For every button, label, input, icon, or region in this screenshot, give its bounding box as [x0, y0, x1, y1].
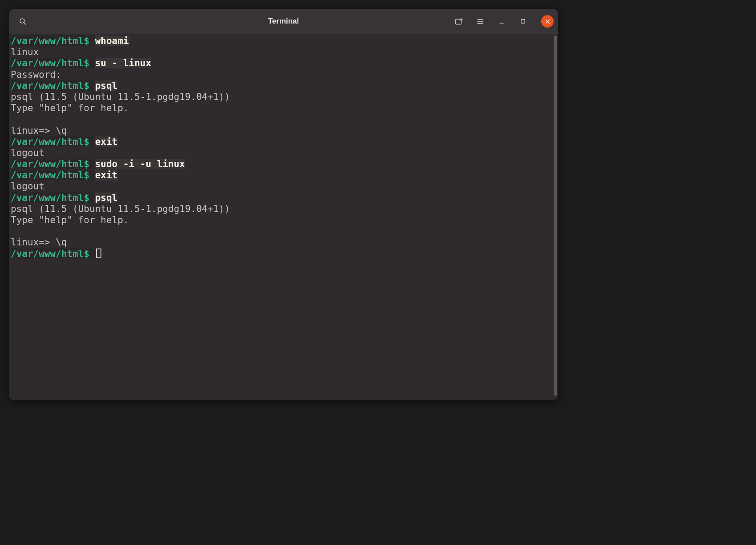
- terminal-line: logout: [11, 181, 549, 192]
- terminal-content[interactable]: /var/www/html$ whoamilinux/var/www/html$…: [9, 34, 553, 400]
- output-text: Password:: [11, 69, 61, 80]
- terminal-line: linux=> \q: [11, 237, 549, 248]
- terminal-body[interactable]: /var/www/html$ whoamilinux/var/www/html$…: [9, 34, 558, 400]
- hamburger-menu-icon[interactable]: [474, 15, 487, 28]
- terminal-line: /var/www/html$ su - linux: [11, 58, 549, 69]
- terminal-line: linux=> \q: [11, 125, 549, 136]
- command-text: su - linux: [95, 58, 151, 68]
- prompt-separator: $: [84, 192, 95, 203]
- terminal-line: /var/www/html$ whoami: [11, 36, 549, 47]
- svg-line-1: [24, 23, 26, 24]
- output-text: Type "help" for help.: [11, 215, 129, 225]
- terminal-line: /var/www/html$: [11, 248, 549, 260]
- prompt-path: /var/www/html: [11, 192, 84, 203]
- scrollbar-thumb[interactable]: [554, 36, 557, 396]
- prompt-path: /var/www/html: [11, 36, 84, 46]
- terminal-line: /var/www/html$ exit: [11, 170, 549, 181]
- prompt-separator: $: [84, 36, 95, 46]
- scrollbar[interactable]: [553, 34, 558, 400]
- terminal-line: psql (11.5 (Ubuntu 11.5-1.pgdg19.04+1)): [11, 92, 549, 103]
- prompt-separator: $: [84, 170, 95, 180]
- psql-prompt: linux=>: [11, 125, 56, 136]
- psql-prompt: linux=>: [11, 237, 56, 248]
- output-text: psql (11.5 (Ubuntu 11.5-1.pgdg19.04+1)): [11, 204, 230, 214]
- terminal-line: [11, 114, 549, 125]
- search-icon[interactable]: [16, 15, 29, 28]
- command-text: exit: [95, 136, 118, 147]
- terminal-line: Password:: [11, 69, 549, 80]
- command-text: whoami: [95, 36, 129, 46]
- close-button[interactable]: [541, 15, 554, 28]
- cursor: [96, 248, 101, 258]
- terminal-line: Type "help" for help.: [11, 103, 549, 114]
- new-tab-icon[interactable]: [452, 15, 466, 28]
- terminal-line: /var/www/html$ psql: [11, 80, 549, 92]
- minimize-button[interactable]: [495, 15, 508, 28]
- titlebar: Terminal: [9, 9, 558, 34]
- prompt-separator: $: [84, 80, 95, 91]
- prompt-path: /var/www/html: [11, 136, 84, 147]
- psql-command: \q: [56, 237, 67, 248]
- svg-point-0: [20, 19, 24, 23]
- prompt-path: /var/www/html: [11, 170, 84, 180]
- prompt-separator: $: [84, 248, 95, 259]
- command-text: psql: [95, 192, 118, 203]
- terminal-line: [11, 226, 549, 237]
- output-text: psql (11.5 (Ubuntu 11.5-1.pgdg19.04+1)): [11, 92, 230, 102]
- output-text: logout: [11, 181, 44, 192]
- command-text: sudo -i -u linux: [95, 159, 185, 169]
- psql-command: \q: [56, 125, 67, 136]
- prompt-path: /var/www/html: [11, 80, 84, 91]
- terminal-line: /var/www/html$ psql: [11, 192, 549, 204]
- prompt-separator: $: [84, 58, 95, 68]
- command-text: exit: [95, 170, 118, 180]
- command-text: psql: [95, 80, 118, 91]
- output-text: logout: [11, 148, 44, 158]
- prompt-path: /var/www/html: [11, 248, 84, 259]
- output-text: Type "help" for help.: [11, 103, 129, 113]
- terminal-window: Terminal: [9, 9, 558, 400]
- terminal-line: psql (11.5 (Ubuntu 11.5-1.pgdg19.04+1)): [11, 204, 549, 215]
- terminal-line: linux: [11, 47, 549, 58]
- svg-rect-9: [521, 20, 525, 23]
- prompt-path: /var/www/html: [11, 159, 84, 169]
- prompt-path: /var/www/html: [11, 58, 84, 68]
- terminal-line: Type "help" for help.: [11, 215, 549, 226]
- prompt-separator: $: [84, 159, 95, 169]
- terminal-line: /var/www/html$ sudo -i -u linux: [11, 159, 549, 170]
- output-text: linux: [11, 47, 39, 57]
- prompt-separator: $: [84, 136, 95, 147]
- maximize-button[interactable]: [516, 15, 530, 28]
- terminal-line: logout: [11, 148, 549, 159]
- window-title: Terminal: [268, 17, 299, 26]
- terminal-line: /var/www/html$ exit: [11, 136, 549, 148]
